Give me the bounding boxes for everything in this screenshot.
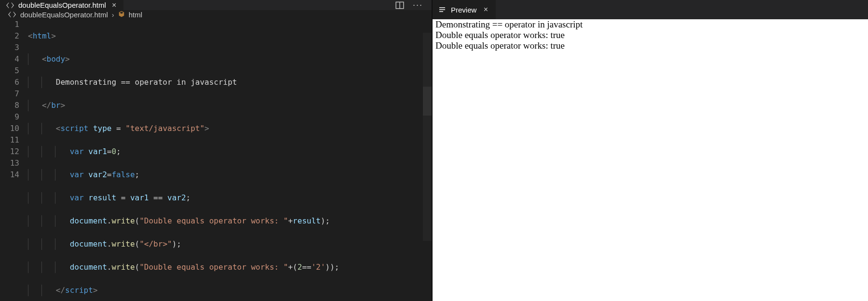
line-number: 3 [0, 42, 19, 53]
code-token: var2 [167, 193, 186, 202]
preview-line: Double equals operator works: true [433, 30, 868, 40]
code-token: ) [321, 216, 326, 225]
code-token: var2 [84, 170, 107, 179]
preview-body: Demonstrating == operator in javascript … [433, 19, 868, 301]
code-token: < [42, 54, 47, 64]
editor-pane: doubleEqualsOperator.html × ··· doubleEq… [0, 0, 432, 301]
code-token: 2 [298, 262, 302, 272]
code-token: document [70, 239, 107, 249]
close-icon[interactable]: × [110, 1, 119, 9]
code-token: ; [176, 239, 181, 249]
minimap[interactable] [423, 33, 432, 241]
line-number: 7 [0, 88, 19, 100]
line-number: 1 [0, 19, 19, 30]
code-editor[interactable]: 1 2 3 4 5 6 7 8 9 10 11 12 13 14 <html> … [0, 19, 432, 301]
code-token: var [70, 193, 84, 202]
chevron-right-icon: › [112, 11, 114, 19]
file-html-icon [8, 10, 16, 19]
preview-tab-label: Preview [451, 6, 476, 14]
breadcrumb-symbol[interactable]: html [129, 11, 142, 19]
code-token: < [56, 124, 61, 133]
code-token: false [111, 170, 135, 179]
code-token: body [47, 54, 66, 64]
code-token: ) [172, 239, 177, 249]
code-token: = [121, 193, 130, 202]
code-token: 0 [111, 147, 116, 156]
code-token: < [28, 31, 33, 40]
line-number: 9 [0, 111, 19, 123]
code-token: result [293, 216, 321, 225]
code-token: ( [135, 216, 140, 225]
code-token: </ [56, 286, 65, 295]
close-icon[interactable]: × [481, 5, 490, 14]
code-token: html [33, 31, 52, 40]
code-token: write [111, 239, 135, 249]
code-token: = [111, 124, 125, 133]
line-number: 6 [0, 77, 19, 88]
preview-tab-bar: Preview × [433, 0, 868, 19]
line-number: 2 [0, 30, 19, 42]
code-token: '2' [312, 262, 326, 272]
preview-line: Demonstrating == operator in javascript [433, 19, 868, 30]
code-token: . [107, 262, 112, 272]
code-token: var [70, 170, 84, 179]
line-number: 4 [0, 53, 19, 65]
code-token: > [51, 31, 56, 40]
line-number: 12 [0, 146, 19, 157]
code-token: . [107, 216, 112, 225]
breadcrumb[interactable]: doubleEqualsOperator.html › html [0, 10, 432, 19]
code-token: ; [186, 193, 191, 202]
editor-tab[interactable]: doubleEqualsOperator.html × [0, 0, 124, 10]
code-token: script [65, 286, 93, 295]
code-token: write [111, 262, 135, 272]
code-token: result [84, 193, 121, 202]
code-token: . [107, 239, 112, 249]
code-token: </ [42, 101, 51, 110]
line-number: 5 [0, 65, 19, 77]
code-content[interactable]: <html> <body> Demonstrating == operator … [28, 19, 432, 301]
code-token: document [70, 216, 107, 225]
line-number: 14 [0, 169, 19, 181]
svg-rect-3 [439, 9, 445, 10]
minimap-viewport[interactable] [423, 87, 432, 116]
code-token: = [107, 147, 112, 156]
code-token: var1 [130, 193, 153, 202]
code-token: write [111, 216, 135, 225]
more-actions-icon[interactable]: ··· [413, 0, 423, 10]
code-token: Demonstrating == operator in javascript [56, 78, 237, 87]
split-editor-icon[interactable] [395, 1, 404, 10]
svg-rect-4 [439, 11, 443, 12]
code-token: "Double equals operator works: " [139, 216, 288, 225]
code-token: ; [116, 147, 121, 156]
symbol-icon [118, 11, 125, 19]
preview-pane: Preview × Demonstrating == operator in j… [433, 0, 868, 301]
code-token: "</br>" [139, 239, 172, 249]
breadcrumb-file[interactable]: doubleEqualsOperator.html [20, 11, 108, 19]
code-token: ( [135, 262, 140, 272]
preview-line: Double equals operator works: true [433, 40, 868, 51]
code-token: br [51, 101, 60, 110]
code-token: var [70, 147, 84, 156]
code-token: var1 [84, 147, 107, 156]
line-number: 10 [0, 123, 19, 134]
code-token: > [93, 286, 98, 295]
code-token: "text/javascript" [125, 124, 204, 133]
code-token: = [107, 170, 112, 179]
code-token: ; [326, 216, 330, 225]
code-token: > [65, 54, 70, 64]
line-gutter: 1 2 3 4 5 6 7 8 9 10 11 12 13 14 [0, 19, 28, 301]
code-token: type [93, 124, 112, 133]
code-token: script [60, 124, 88, 133]
code-token: ( [135, 239, 140, 249]
preview-tab[interactable]: Preview × [433, 0, 496, 19]
code-token: == [302, 262, 311, 272]
code-token: document [70, 262, 107, 272]
editor-tab-label: doubleEqualsOperator.html [18, 1, 106, 9]
file-html-icon [6, 1, 14, 10]
line-number: 8 [0, 100, 19, 111]
code-token: == [153, 193, 167, 202]
line-number: 13 [0, 157, 19, 169]
code-token: > [204, 124, 209, 133]
editor-tab-bar: doubleEqualsOperator.html × ··· [0, 0, 432, 10]
preview-icon [438, 6, 446, 13]
